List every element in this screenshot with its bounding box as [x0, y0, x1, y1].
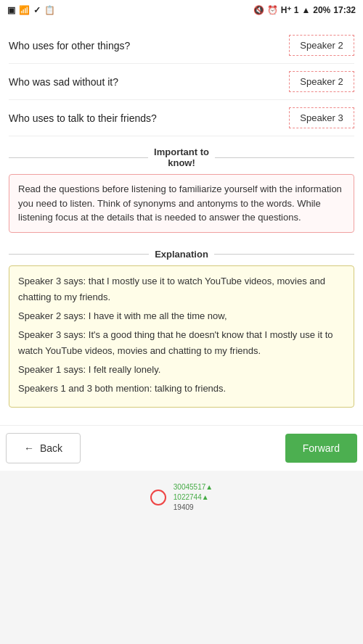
explanation-divider-line-right — [214, 254, 354, 255]
explanation-line-3: Speaker 3 says: It's a good thing that h… — [18, 327, 345, 359]
footer-number-3: 19409 — [174, 503, 213, 513]
explanation-line-2: Speaker 2 says: I have it with me all th… — [18, 308, 345, 324]
network-icon: ▲ — [301, 5, 310, 15]
footer-number-1: 30045517▲ — [174, 482, 213, 492]
answer-badge-3: Speaker 3 — [289, 107, 354, 128]
status-left-icons: ▣ 📶 ✓ 📋 — [7, 5, 55, 15]
explanation-box: Speaker 3 says: that I mostly use it to … — [9, 265, 354, 408]
screen-icon: ▣ — [7, 5, 15, 15]
question-text-2: Who was sad without it? — [9, 76, 289, 88]
time-display: 17:32 — [333, 5, 356, 15]
footer-numbers: 30045517▲ 1022744▲ 19409 — [174, 482, 213, 513]
mute-icon: 🔇 — [253, 5, 264, 15]
forward-button-label: Forward — [303, 442, 340, 454]
clipboard-icon: 📋 — [44, 5, 55, 15]
question-row-1: Who uses for other things? Speaker 2 — [9, 28, 354, 64]
button-row: ← Back Forward — [0, 425, 363, 471]
main-content: Who uses for other things? Speaker 2 Who… — [0, 20, 363, 425]
explanation-line-5: Speakers 1 and 3 both mention: talking t… — [18, 381, 345, 397]
divider-line-right — [215, 157, 354, 158]
check-icon: ✓ — [33, 5, 41, 15]
back-button-label: Back — [40, 442, 62, 454]
info-box: Read the questions before listening to f… — [9, 174, 354, 233]
important-divider-row: Important toknow! — [9, 136, 354, 174]
status-bar: ▣ 📶 ✓ 📋 🔇 ⏰ H⁺ 1 ▲ 20% 17:32 — [0, 0, 363, 20]
footer-number-2: 1022744▲ — [174, 492, 213, 503]
question-text-1: Who uses for other things? — [9, 40, 289, 51]
question-text-3: Who uses to talk to their friends? — [9, 112, 289, 124]
explanation-divider-row: Explanation — [9, 243, 354, 265]
explanation-label: Explanation — [155, 249, 208, 260]
signal-icon: H⁺ 1 — [281, 5, 299, 15]
explanation-divider-line-left — [9, 254, 149, 255]
answer-badge-1: Speaker 2 — [289, 35, 354, 56]
question-row-3: Who uses to talk to their friends? Speak… — [9, 100, 354, 136]
battery-text: 20% — [313, 5, 330, 15]
clock-icon: ⏰ — [267, 5, 278, 15]
footer: 30045517▲ 1022744▲ 19409 — [0, 471, 363, 520]
explanation-line-4: Speaker 1 says: I felt really lonely. — [18, 362, 345, 378]
important-label: Important toknow! — [154, 146, 209, 168]
question-row-2: Who was sad without it? Speaker 2 — [9, 64, 354, 100]
status-right-info: 🔇 ⏰ H⁺ 1 ▲ 20% 17:32 — [253, 5, 356, 15]
answer-badge-2: Speaker 2 — [289, 71, 354, 92]
wifi-icon: 📶 — [19, 5, 30, 15]
explanation-line-1: Speaker 3 says: that I mostly use it to … — [18, 273, 345, 305]
forward-button[interactable]: Forward — [285, 434, 357, 463]
divider-line-left — [9, 157, 148, 158]
info-box-text: Read the questions before listening to f… — [18, 183, 342, 223]
back-button[interactable]: ← Back — [6, 433, 81, 463]
footer-circle-icon — [150, 490, 166, 505]
back-arrow-icon: ← — [24, 442, 34, 454]
